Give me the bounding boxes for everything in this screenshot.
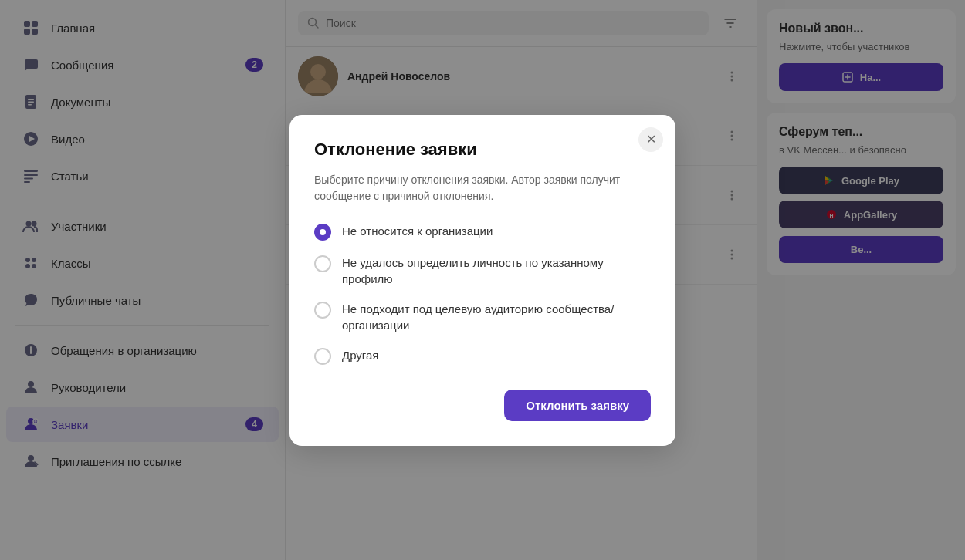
rejection-modal: ✕ Отклонение заявки Выберите причину отк…: [290, 115, 676, 446]
radio-label-other: Другая: [342, 347, 378, 363]
radio-circle-not-audience: [314, 302, 331, 319]
radio-circle-other: [314, 348, 331, 365]
modal-description: Выберите причину отклонения заявки. Авто…: [314, 172, 651, 204]
radio-option-not-identified[interactable]: Не удалось определить личность по указан…: [314, 255, 651, 287]
radio-label-not-org: Не относится к организации: [342, 223, 493, 239]
radio-option-not-org[interactable]: Не относится к организации: [314, 223, 651, 241]
modal-close-button[interactable]: ✕: [638, 127, 663, 152]
reject-button[interactable]: Отклонить заявку: [504, 390, 651, 421]
modal-footer: Отклонить заявку: [314, 390, 651, 421]
radio-label-not-identified: Не удалось определить личность по указан…: [342, 255, 651, 287]
radio-label-not-audience: Не подходит под целевую аудиторию сообще…: [342, 301, 651, 333]
radio-option-not-audience[interactable]: Не подходит под целевую аудиторию сообще…: [314, 301, 651, 333]
radio-option-other[interactable]: Другая: [314, 347, 651, 365]
radio-circle-not-identified: [314, 255, 331, 272]
modal-overlay[interactable]: ✕ Отклонение заявки Выберите причину отк…: [0, 0, 965, 560]
radio-circle-not-org: [314, 224, 331, 241]
radio-group: Не относится к организации Не удалось оп…: [314, 223, 651, 365]
modal-title: Отклонение заявки: [314, 140, 651, 160]
